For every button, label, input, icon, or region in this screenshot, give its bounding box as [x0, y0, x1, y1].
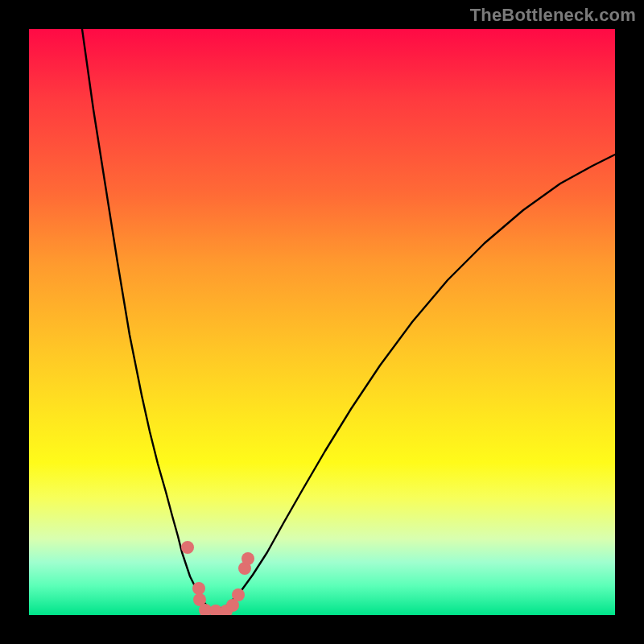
curve-right-branch: [214, 155, 615, 612]
bottleneck-curve: [29, 29, 615, 615]
data-marker: [199, 604, 212, 615]
chart-plot-area: [29, 29, 615, 615]
data-marker: [242, 552, 254, 565]
curve-left-branch: [82, 29, 214, 612]
data-marker: [232, 588, 245, 601]
data-marker: [193, 593, 206, 606]
data-marker: [181, 541, 194, 554]
data-marker: [192, 582, 205, 595]
data-marker: [238, 562, 251, 575]
data-marker: [220, 605, 233, 615]
data-marker: [226, 599, 239, 612]
data-marker: [209, 605, 222, 615]
watermark-text: TheBottleneck.com: [470, 5, 636, 26]
